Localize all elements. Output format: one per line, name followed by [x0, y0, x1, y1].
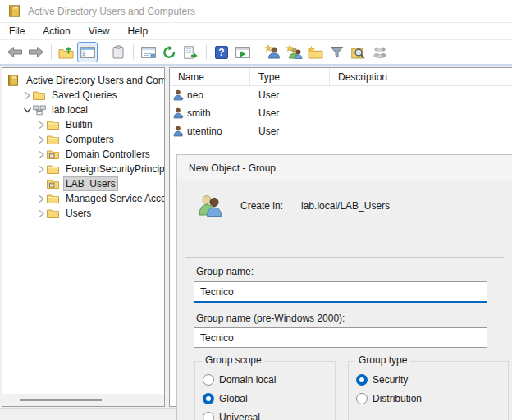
- group-type-box: Group type SecurityDistribution: [348, 361, 509, 420]
- chevron-right-icon[interactable]: [35, 135, 47, 144]
- tree-item-builtin[interactable]: Builtin: [2, 117, 164, 132]
- menu-action[interactable]: Action: [34, 24, 79, 39]
- object-name: neo: [187, 89, 203, 101]
- cell-name: utentino: [170, 126, 250, 137]
- tree-item-lab-users[interactable]: LAB_Users: [2, 176, 164, 191]
- properties-button[interactable]: [138, 42, 158, 62]
- object-list: neoUsersmithUserutentinoUser: [170, 86, 512, 140]
- filter-icon: [330, 46, 344, 58]
- object-name: utentino: [187, 126, 222, 137]
- forward-icon: [28, 46, 44, 58]
- universal-radio[interactable]: Universal: [203, 408, 335, 420]
- radio-label: Global: [219, 393, 248, 404]
- clipboard-icon: [112, 45, 124, 59]
- radio-checked-icon[interactable]: [203, 393, 214, 404]
- root-icon: [7, 75, 21, 86]
- folder-icon: [47, 120, 61, 130]
- object-type: User: [250, 126, 330, 137]
- column-header-extra: [459, 68, 510, 85]
- tree-horizontal-scrollbar[interactable]: [2, 394, 164, 406]
- group-type-options: SecurityDistribution: [349, 362, 508, 408]
- chevron-right-icon[interactable]: [35, 209, 47, 218]
- group-name-input[interactable]: Tecnico: [194, 281, 487, 303]
- menu-help[interactable]: Help: [119, 24, 158, 39]
- new-ou-button[interactable]: [305, 42, 326, 62]
- new-window-button[interactable]: [232, 42, 253, 62]
- chevron-right-icon[interactable]: [35, 165, 47, 174]
- tree-item-lab-local[interactable]: lab.local: [2, 103, 164, 117]
- object-type: User: [250, 107, 330, 119]
- ou-icon: [47, 179, 61, 189]
- chevron-right-icon[interactable]: [35, 194, 47, 203]
- security-radio[interactable]: Security: [356, 370, 508, 389]
- menu-view[interactable]: View: [80, 24, 119, 39]
- tree-item-label: Saved Queries: [50, 89, 118, 102]
- back-button[interactable]: [4, 42, 25, 62]
- column-header-type[interactable]: Type: [250, 68, 330, 85]
- folder-icon: [47, 164, 61, 174]
- tree-item-label: Managed Service Accounts: [64, 192, 165, 205]
- radio-checked-icon[interactable]: [356, 374, 368, 386]
- chevron-right-icon[interactable]: [35, 150, 47, 159]
- column-header-name[interactable]: Name: [170, 68, 250, 85]
- refresh-icon: [162, 46, 176, 59]
- up-one-level-icon: [58, 46, 74, 59]
- domain-local-radio[interactable]: Domain local: [203, 370, 335, 389]
- column-header-description[interactable]: Description: [330, 68, 459, 85]
- chevron-down-icon[interactable]: [21, 107, 33, 114]
- radio-unchecked-icon[interactable]: [356, 393, 368, 404]
- list-row-neo[interactable]: neoUser: [170, 86, 512, 104]
- distribution-radio[interactable]: Distribution: [356, 389, 508, 408]
- tree-item-label: LAB_Users: [64, 177, 117, 190]
- user-icon: [173, 107, 184, 119]
- forward-button[interactable]: [25, 42, 46, 62]
- group-scope-box: Group scope Domain localGlobalUniversal: [194, 361, 336, 420]
- domain-icon: [33, 105, 47, 116]
- show-console-tree-button[interactable]: [77, 42, 98, 62]
- filter-button[interactable]: [327, 42, 347, 62]
- toolbar-separator: [51, 44, 52, 60]
- tree-item-foreignsecurityprincipals[interactable]: ForeignSecurityPrincipals: [2, 162, 164, 176]
- new-group-button[interactable]: [284, 42, 304, 62]
- dialog-titlebar: New Object - Group: [177, 155, 512, 180]
- menu-file[interactable]: File: [0, 24, 34, 39]
- folder-icon: [47, 194, 61, 203]
- refresh-button[interactable]: [159, 42, 180, 62]
- tree-item-users[interactable]: Users: [2, 206, 164, 221]
- tree-item-saved-queries[interactable]: Saved Queries: [2, 88, 164, 103]
- export-list-button[interactable]: [181, 42, 201, 62]
- user-icon: [173, 89, 184, 101]
- chevron-right-icon[interactable]: [21, 91, 33, 100]
- radio-unchecked-icon[interactable]: [203, 374, 214, 386]
- find-button[interactable]: [348, 42, 368, 62]
- folder-icon: [33, 90, 47, 100]
- dialog-separator: [185, 257, 504, 258]
- console-tree-pane: Active Directory Users and ComputersSave…: [2, 67, 165, 407]
- tree-scrollbar-thumb[interactable]: [20, 399, 102, 401]
- radio-unchecked-icon[interactable]: [203, 412, 214, 420]
- up-one-level-button[interactable]: [56, 42, 76, 62]
- group-name-value: Tecnico: [200, 286, 234, 298]
- tree-item-domain-controllers[interactable]: Domain Controllers: [2, 147, 164, 162]
- tree-item-active-directory-users-and-computers[interactable]: Active Directory Users and Computers: [2, 73, 164, 88]
- global-radio[interactable]: Global: [203, 389, 335, 408]
- group-name-pre2000-label: Group name (pre-Windows 2000):: [196, 313, 345, 324]
- group-name-label: Group name:: [196, 266, 254, 277]
- aduc-app-icon: [8, 5, 21, 17]
- member-of-icon: [373, 46, 387, 58]
- new-user-button[interactable]: [263, 42, 283, 62]
- chevron-right-icon[interactable]: [35, 121, 47, 130]
- group-name-pre2000-value: Tecnico: [200, 332, 234, 344]
- tree-item-managed-service-accounts[interactable]: Managed Service Accounts: [2, 191, 164, 206]
- help-button[interactable]: ?: [211, 42, 231, 62]
- tree-item-label: Active Directory Users and Computers: [25, 74, 165, 87]
- list-row-smith[interactable]: smithUser: [170, 104, 512, 122]
- toolbar: ?: [0, 39, 512, 64]
- clipboard-button[interactable]: [107, 42, 128, 62]
- member-of-button[interactable]: [369, 42, 390, 62]
- group-name-pre2000-input[interactable]: Tecnico: [194, 327, 487, 348]
- menubar: FileActionViewHelp: [0, 22, 512, 39]
- dialog-title: New Object - Group: [189, 162, 276, 174]
- list-row-utentino[interactable]: utentinoUser: [170, 122, 512, 140]
- tree-item-computers[interactable]: Computers: [2, 132, 164, 147]
